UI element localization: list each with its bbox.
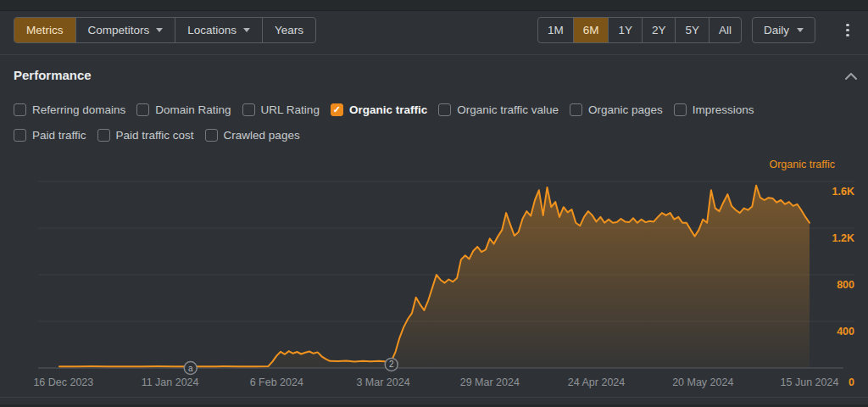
section-title: Performance (14, 68, 92, 82)
chart-marker-2[interactable]: 2 (385, 358, 398, 371)
checkbox-label: Domain Rating (155, 103, 231, 116)
svg-text:800: 800 (837, 279, 854, 291)
checkbox-label: Organic traffic (349, 103, 427, 116)
checkbox-icon (136, 103, 149, 116)
granularity-dropdown[interactable]: Daily (752, 17, 815, 43)
checkbox-label: Referring domains (32, 103, 125, 116)
checkbox-label: Organic pages (588, 103, 663, 116)
svg-text:2: 2 (389, 360, 394, 369)
toolbar-button-locations[interactable]: Locations (175, 18, 262, 42)
svg-text:400: 400 (837, 326, 854, 337)
svg-text:24 Apr 2024: 24 Apr 2024 (568, 376, 625, 388)
metric-checkbox-paid-traffic[interactable]: Paid traffic (14, 129, 86, 142)
metric-checkbox-crawled-pages[interactable]: Crawled pages (205, 129, 300, 142)
checkbox-label: Paid traffic (32, 129, 86, 142)
chart-x-axis-labels: 16 Dec 202311 Jan 20246 Feb 20243 Mar 20… (33, 376, 838, 388)
button-label: Years (275, 24, 303, 36)
checkbox-label: Crawled pages (224, 129, 300, 142)
performance-collapse-button[interactable] (844, 69, 858, 84)
metrics-checkbox-row-1: Referring domainsDomain RatingURL Rating… (14, 103, 754, 116)
metrics-checkbox-row-2: Paid trafficPaid traffic costCrawled pag… (14, 129, 300, 142)
toolbar-button-competitors[interactable]: Competitors (75, 18, 175, 42)
button-label: 2Y (652, 24, 666, 36)
svg-text:0: 0 (849, 376, 854, 388)
toolbar-button-years[interactable]: Years (262, 18, 315, 42)
top-toolbar: MetricsCompetitorsLocationsYears 1M6M1Y2… (14, 17, 854, 43)
organic-traffic-series (59, 186, 810, 368)
bottom-divider (0, 397, 868, 398)
svg-text:16 Dec 2023: 16 Dec 2023 (33, 376, 93, 388)
metric-checkbox-domain-rating[interactable]: Domain Rating (136, 103, 231, 116)
svg-text:6 Feb 2024: 6 Feb 2024 (250, 376, 303, 388)
metric-checkbox-organic-traffic[interactable]: ✓Organic traffic (331, 103, 427, 116)
range-cluster: 1M6M1Y2Y5YAll Daily (537, 17, 854, 43)
performance-panel: MetricsCompetitorsLocationsYears 1M6M1Y2… (0, 10, 868, 404)
chart-marker-a[interactable]: a (184, 362, 197, 375)
button-label: 5Y (685, 24, 699, 36)
time-range-group: 1M6M1Y2Y5YAll (537, 17, 742, 43)
checkbox-icon (438, 103, 451, 116)
metric-checkbox-organic-traffic-value[interactable]: Organic traffic value (438, 103, 559, 116)
button-label: 1M (548, 24, 564, 36)
checkbox-checked-icon: ✓ (331, 103, 343, 116)
metric-checkbox-impressions[interactable]: Impressions (674, 103, 754, 116)
range-button-5y[interactable]: 5Y (675, 18, 709, 42)
metric-checkbox-url-rating[interactable]: URL Rating (242, 103, 320, 116)
button-label: Locations (187, 24, 236, 36)
range-button-6m[interactable]: 6M (573, 18, 609, 42)
svg-text:29 Mar 2024: 29 Mar 2024 (460, 376, 520, 388)
checkbox-icon (674, 103, 687, 116)
svg-text:a: a (188, 364, 193, 373)
svg-text:1.6K: 1.6K (832, 186, 854, 198)
chevron-up-icon (844, 72, 858, 81)
metric-checkbox-referring-domains[interactable]: Referring domains (14, 103, 125, 116)
button-label: 1Y (618, 24, 632, 36)
svg-text:20 May 2024: 20 May 2024 (672, 376, 733, 388)
toolbar-button-metrics[interactable]: Metrics (14, 18, 75, 42)
metric-checkbox-organic-pages[interactable]: Organic pages (570, 103, 663, 116)
checkbox-icon (14, 129, 26, 142)
checkbox-icon (97, 129, 110, 142)
svg-text:15 Jun 2024: 15 Jun 2024 (781, 376, 839, 388)
range-button-1m[interactable]: 1M (538, 18, 573, 42)
toolbar-divider (0, 54, 868, 55)
metric-checkbox-paid-traffic-cost[interactable]: Paid traffic cost (97, 129, 194, 142)
range-button-1y[interactable]: 1Y (608, 18, 642, 42)
checkbox-icon (242, 103, 255, 116)
checkbox-icon (205, 129, 218, 142)
button-label: 6M (583, 24, 599, 36)
checkbox-label: Impressions (693, 103, 754, 116)
svg-text:11 Jan 2024: 11 Jan 2024 (142, 376, 199, 388)
checkbox-label: Paid traffic cost (116, 129, 194, 142)
kebab-menu-icon[interactable] (841, 22, 854, 39)
svg-text:1.2K: 1.2K (832, 232, 854, 244)
chevron-down-icon (156, 28, 163, 32)
svg-text:3 Mar 2024: 3 Mar 2024 (356, 376, 409, 388)
granularity-label: Daily (764, 24, 789, 36)
checkbox-label: URL Rating (261, 103, 320, 116)
chevron-down-icon (243, 28, 250, 32)
metrics-toolbar-group: MetricsCompetitorsLocationsYears (14, 17, 316, 43)
button-label: Competitors (88, 24, 150, 36)
chevron-down-icon (797, 28, 804, 32)
checkbox-icon (14, 103, 26, 116)
button-label: Metrics (26, 24, 64, 36)
button-label: All (719, 24, 732, 36)
traffic-chart[interactable]: 1.6K1.2K800400016 Dec 202311 Jan 20246 F… (0, 162, 868, 399)
checkbox-label: Organic traffic value (457, 103, 559, 116)
checkbox-icon (570, 103, 582, 116)
range-button-all[interactable]: All (709, 18, 741, 42)
range-button-2y[interactable]: 2Y (642, 18, 676, 42)
